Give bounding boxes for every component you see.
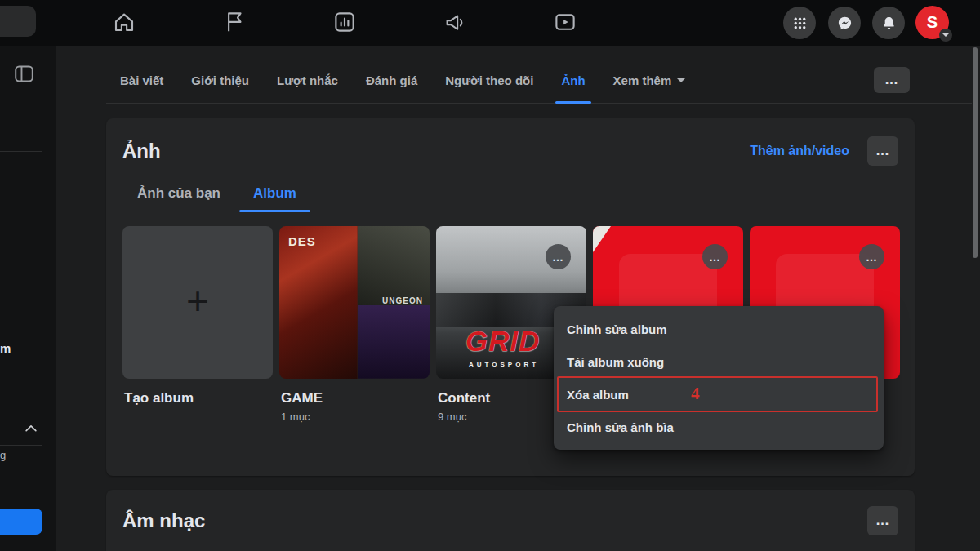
bell-icon [880,15,898,32]
megaphone-icon [443,10,467,34]
home-icon [112,10,136,34]
create-album-tile[interactable]: + [122,226,273,379]
menu-item-delete-album[interactable]: Xóa album 4 [560,378,877,411]
artwork-text: GRID [466,325,541,358]
sidebar-panel-icon [12,62,36,86]
menu-item-edit-album[interactable]: Chỉnh sửa album [560,313,877,345]
card-section-divider [122,469,898,469]
annotation-step-number: 4 [691,384,700,404]
album-options-button[interactable]: … [859,244,884,269]
sidebar-truncated-label: g [0,449,6,461]
profile-avatar[interactable]: S [915,6,949,39]
page-scrollbar-thumb[interactable] [973,47,978,258]
plus-icon: + [186,282,209,321]
album-cell-game: DES UNGEON GAME 1 mục [279,226,430,423]
tab-luot-nhac[interactable]: Lượt nhắc [263,57,352,103]
messenger-icon [836,15,853,32]
photos-card-header: Ảnh Thêm ảnh/video … [106,118,915,166]
album-context-menu: Chỉnh sửa album Tải album xuống Xóa albu… [554,306,884,450]
add-photo-video-link[interactable]: Thêm ảnh/video [750,144,849,158]
sidebar-truncated-label: m [0,341,11,355]
album-options-button[interactable]: … [546,244,571,269]
artwork-corner [593,226,611,252]
album-name[interactable]: GAME [281,390,430,407]
photos-subtabs: Ảnh của bạn Album [137,185,898,212]
bar-chart-icon [332,10,357,34]
apps-grid-icon [791,15,808,32]
sidebar-blue-button[interactable] [0,509,42,535]
corner-cutoff-element [0,6,36,37]
album-cell-create: + Tạo album [122,226,273,407]
chevron-down-icon [939,29,952,42]
promotions-tab[interactable] [443,10,467,34]
artwork-text: UNGEON [382,296,423,305]
album-options-button[interactable]: … [702,244,728,269]
subtab-your-photos[interactable]: Ảnh của bạn [137,185,220,212]
photos-more-button[interactable]: … [867,136,898,166]
menu-item-download-album[interactable]: Tải album xuống [560,345,877,378]
video-tab[interactable] [553,10,577,34]
photos-title: Ảnh [122,140,161,162]
music-more-button[interactable]: … [867,506,898,535]
apps-menu-button[interactable] [783,7,816,39]
chevron-down-icon [677,78,685,87]
avatar-letter: S [927,13,938,32]
sidebar-toggle-button[interactable] [12,62,36,86]
insights-tab[interactable] [332,10,357,34]
sidebar-divider [0,151,42,152]
profile-tabs-more-button[interactable]: … [874,67,910,93]
profile-tab-strip: Bài viết Giới thiệu Lượt nhắc Đánh giá N… [106,57,972,104]
music-title: Âm nhạc [122,509,205,532]
pages-tab[interactable] [222,10,247,34]
music-card: Âm nhạc … [106,490,915,551]
messenger-button[interactable] [828,7,861,39]
album-name[interactable]: Tạo album [124,390,273,407]
sidebar-divider [0,445,42,446]
notifications-button[interactable] [872,7,905,39]
album-tile-game[interactable]: DES UNGEON [279,226,430,379]
artwork-text: AUTOSPORT [469,361,539,368]
menu-item-edit-cover-photo[interactable]: Chỉnh sửa ảnh bìa [560,411,877,443]
artwork-text: DES [288,234,316,248]
tab-bai-viet[interactable]: Bài viết [106,57,177,103]
video-play-icon [553,10,577,34]
top-navigation-bar: S [0,0,980,46]
tab-xem-them[interactable]: Xem thêm [599,57,700,103]
subtab-album-active[interactable]: Album [253,185,296,212]
left-sidebar: m g [0,46,56,551]
music-card-header: Âm nhạc … [106,490,915,535]
album-count: 1 mục [281,411,430,423]
tab-danh-gia[interactable]: Đánh giá [352,57,431,103]
home-tab[interactable] [112,10,136,34]
tab-nguoi-theo-doi[interactable]: Người theo dõi [431,57,547,103]
tab-anh-active[interactable]: Ảnh [547,57,599,103]
tab-gioi-thieu[interactable]: Giới thiệu [177,57,263,103]
flag-icon [222,10,247,34]
chevron-up-icon[interactable] [23,421,39,438]
